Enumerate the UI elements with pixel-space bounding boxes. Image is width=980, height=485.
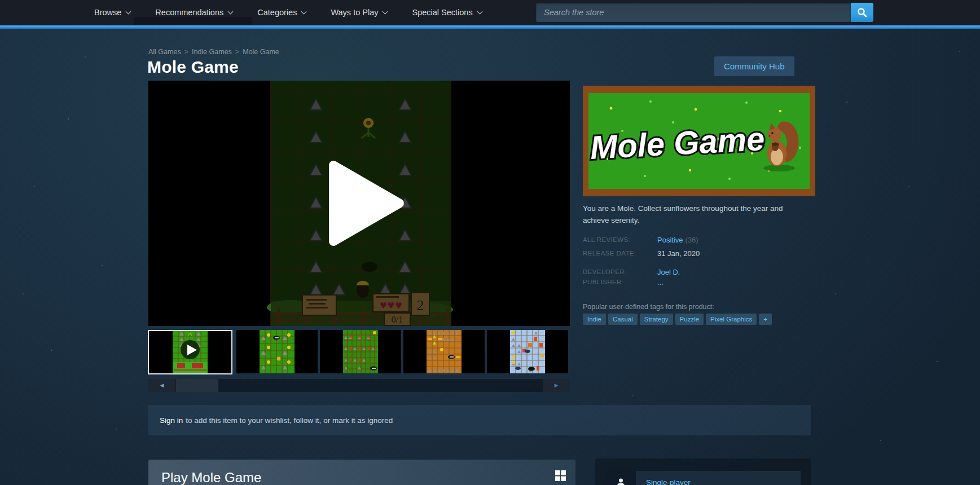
chevron-down-icon [477, 8, 482, 14]
meta-row-publisher: PUBLISHER: ... [583, 278, 810, 286]
feature-single-player[interactable]: Single-player [605, 471, 801, 485]
trailer-video-frame-art: ♥♥♥ 2 0/1 [148, 81, 570, 326]
steam-store-page: Browse Recommendations Categories Ways t… [0, 0, 980, 485]
chevron-down-icon [301, 8, 307, 14]
signin-link[interactable]: Sign in [160, 416, 183, 425]
thumbnail-screenshot-spring[interactable] [236, 330, 318, 373]
game-meta: ALL REVIEWS: Positive(36) RELEASE DATE: … [583, 236, 810, 292]
thumbnails-next-button[interactable]: ► [543, 379, 570, 392]
release-date-value: 31 Jan, 2020 [657, 249, 700, 258]
meta-label: PUBLISHER: [583, 278, 657, 286]
tag-casual[interactable]: Casual [608, 314, 638, 325]
feature-icon-cell [605, 471, 636, 485]
nav-item-label: Browse [94, 8, 121, 17]
reviews-count: (36) [685, 236, 698, 244]
page-title: Mole Game [147, 58, 239, 77]
breadcrumb-all-games[interactable]: All Games [148, 48, 181, 56]
breadcrumb-separator: > [235, 48, 239, 56]
tag-pixel-graphics[interactable]: Pixel Graphics [706, 314, 757, 325]
tags-title: Popular user-defined tags for this produ… [583, 303, 714, 311]
game-short-description: You are a Mole. Collect sunflowers throu… [583, 203, 810, 227]
developer-link[interactable]: Joel D. [657, 268, 680, 276]
breadcrumb-separator: > [184, 48, 188, 56]
thumbnail-art [487, 330, 568, 373]
nav-item-categories[interactable]: Categories [257, 8, 306, 17]
search-input[interactable] [536, 3, 851, 22]
meta-label: RELEASE DATE: [583, 249, 657, 258]
breadcrumb-current[interactable]: Mole Game [243, 48, 279, 56]
scrollbar-thumb[interactable] [176, 379, 218, 392]
thumbnail-art [403, 330, 485, 373]
game-capsule-image: Mole Game [583, 86, 815, 196]
meta-row-reviews: ALL REVIEWS: Positive(36) [583, 236, 810, 244]
tag-add-button[interactable]: + [759, 314, 772, 325]
top-nav-bar: Browse Recommendations Categories Ways t… [0, 0, 980, 25]
tag-puzzle[interactable]: Puzzle [675, 314, 704, 325]
feature-label: Single-player [636, 471, 691, 485]
nav-accent-divider [0, 25, 980, 29]
publisher-link[interactable]: ... [657, 278, 663, 286]
thumbnail-screenshot-winter[interactable] [487, 330, 568, 373]
nav-item-label: Ways to Play [331, 8, 378, 17]
nav-item-recommendations[interactable]: Recommendations [155, 8, 232, 17]
reviews-summary-link[interactable]: Positive [657, 236, 683, 244]
meta-label: DEVELOPER: [583, 268, 657, 276]
signin-notice: Sign in to add this item to your wishlis… [148, 405, 811, 435]
search-icon [857, 7, 867, 17]
game-features-panel: Single-player [595, 458, 811, 485]
community-hub-button[interactable]: Community Hub [714, 56, 794, 76]
thumbnail-scrollbar[interactable]: ◄ ► [148, 379, 570, 392]
play-game-title: Play Mole Game [161, 470, 261, 485]
single-player-icon [616, 478, 626, 485]
trailer-video-player[interactable]: ♥♥♥ 2 0/1 [148, 81, 570, 326]
play-game-panel: Play Mole Game [148, 460, 575, 485]
meta-row-release: RELEASE DATE: 31 Jan, 2020 [583, 249, 810, 258]
meta-row-developer: DEVELOPER: Joel D. [583, 268, 810, 276]
nav-item-ways-to-play[interactable]: Ways to Play [331, 8, 387, 17]
tag-strategy[interactable]: Strategy [640, 314, 673, 325]
nav-item-label: Categories [257, 8, 297, 17]
nav-item-browse[interactable]: Browse [94, 8, 130, 17]
tag-list: Indie Casual Strategy Puzzle Pixel Graph… [583, 314, 810, 325]
store-nav: Browse Recommendations Categories Ways t… [94, 0, 482, 25]
breadcrumb: All Games>Indie Games>Mole Game [148, 48, 279, 56]
store-search [536, 3, 851, 22]
chevron-down-icon [383, 8, 388, 14]
thumbnail-screenshot-summer[interactable] [320, 330, 401, 373]
thumbnail-screenshot-autumn[interactable] [403, 330, 485, 373]
breadcrumb-indie-games[interactable]: Indie Games [192, 48, 232, 56]
thumbnail-art [236, 330, 318, 373]
signin-text: to add this item to your wishlist, follo… [186, 416, 393, 425]
nav-item-label: Special Sections [412, 8, 472, 17]
search-button[interactable] [851, 3, 873, 22]
thumbnail-trailer-art [149, 331, 231, 373]
nav-item-label: Recommendations [155, 8, 223, 17]
chevron-down-icon [126, 8, 131, 14]
chevron-down-icon [228, 8, 234, 14]
meta-label: ALL REVIEWS: [583, 236, 657, 244]
tag-indie[interactable]: Indie [583, 314, 606, 325]
windows-platform-icon [555, 470, 566, 481]
nav-item-special-sections[interactable]: Special Sections [412, 8, 481, 17]
thumbnail-trailer[interactable] [148, 330, 232, 374]
thumbnails-prev-button[interactable]: ◄ [148, 379, 175, 392]
media-thumbnails [148, 330, 570, 374]
thumbnail-art [320, 330, 401, 373]
